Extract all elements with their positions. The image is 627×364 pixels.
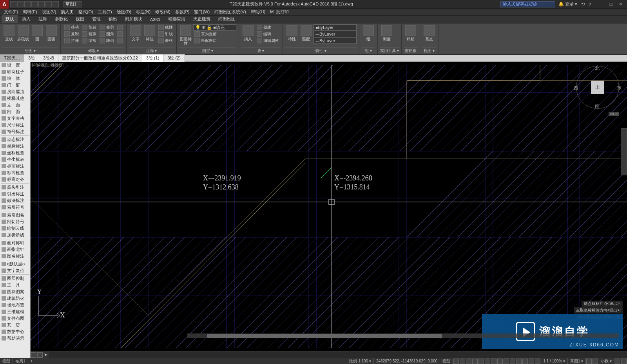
exchange-icon[interactable]: ⟲	[581, 2, 585, 7]
viewcube-w[interactable]: 西	[574, 85, 578, 91]
palette-item[interactable]: 文字表格	[0, 115, 30, 122]
palette-item[interactable]: 图层控制	[0, 275, 30, 282]
ribbon-tab[interactable]: 视图	[72, 15, 88, 23]
modify-button[interactable]: 复制	[63, 31, 80, 37]
palette-item[interactable]: 帮助演示	[0, 335, 30, 342]
status-scale[interactable]: 比例 1:100 ▾	[347, 358, 374, 364]
palette-item[interactable]: 数据中心	[0, 328, 30, 335]
navigation-bar[interactable]	[621, 128, 627, 175]
qat-new-icon[interactable]	[10, 1, 16, 7]
paste-button[interactable]: 粘贴	[404, 24, 417, 42]
modify-button[interactable]: 旋转	[81, 24, 98, 31]
layout-tab-layout1[interactable]: 布局1	[13, 358, 28, 364]
modify-extra-icon[interactable]	[117, 25, 123, 30]
palette-item[interactable]: 箭头引注	[0, 184, 30, 191]
drawing-canvas[interactable]: [-][俯视][二维线框]	[31, 62, 627, 351]
layer-state-combo[interactable]: 💡 ❄ 🔒 ■ 填充	[193, 24, 236, 31]
palette-item[interactable]: 坐标检查	[0, 150, 30, 156]
help-search-input[interactable]: 输入关键字或短语	[500, 1, 555, 7]
layer-props-button[interactable]: 图层特性	[179, 24, 192, 46]
status-osnap-icon[interactable]	[478, 359, 484, 364]
status-ws-icon[interactable]	[586, 359, 592, 364]
base-button[interactable]: 基点	[422, 24, 436, 42]
viewport-label[interactable]: [-][俯视][二维线框]	[32, 63, 63, 68]
match-layer-button[interactable]: 匹配图层	[193, 38, 236, 44]
menu-item[interactable]: 帮助(H)	[248, 8, 268, 16]
matchprop-button[interactable]: 匹配	[299, 24, 313, 42]
viewcube[interactable]: 上 北 南 东 西 WCS	[576, 66, 619, 109]
modify-button[interactable]: 阵列	[98, 38, 115, 44]
lineweight-combo[interactable]: — ByLayer	[314, 31, 357, 37]
draw-圆弧-button[interactable]: 圆弧	[45, 24, 58, 42]
modify-button[interactable]: 修剪	[98, 24, 115, 31]
qat-redo-icon[interactable]	[53, 1, 59, 7]
status-sc-icon[interactable]	[522, 359, 528, 364]
modify-button[interactable]: 缩放	[81, 38, 98, 44]
block-button[interactable]: 创建	[256, 24, 280, 31]
palette-item[interactable]: 其 它	[0, 322, 30, 328]
palette-item[interactable]: o默认层o	[0, 261, 30, 267]
palette-item[interactable]: 剖 面	[0, 108, 30, 115]
palette-item[interactable]: 场地布置	[0, 302, 30, 308]
ribbon-tab[interactable]: 注释	[34, 15, 51, 23]
palette-item[interactable]: 三维建模	[0, 308, 30, 315]
qat-save-icon[interactable]	[24, 1, 31, 7]
palette-item[interactable]: 图名标注	[0, 253, 30, 259]
ribbon-tab[interactable]: 输出	[105, 15, 121, 23]
help-icon[interactable]: ?	[589, 2, 591, 7]
draw-圆-button[interactable]: 圆	[31, 24, 44, 42]
make-current-button[interactable]: 置为当前	[193, 31, 236, 37]
ribbon-tab[interactable]: 天正建筑	[189, 15, 214, 23]
doc-tab[interactable]: 3段	[24, 54, 39, 62]
qat-open-icon[interactable]	[17, 1, 24, 7]
block-button[interactable]: 编辑	[256, 31, 280, 37]
palette-item[interactable]: 图块图案	[0, 288, 30, 295]
palette-item[interactable]: 标高标注	[0, 163, 30, 169]
status-otrack-icon[interactable]	[485, 359, 490, 364]
annotation-button[interactable]: 引线	[157, 31, 174, 37]
status-ortho-icon[interactable]	[466, 359, 471, 364]
qat-plot-icon[interactable]	[38, 1, 45, 7]
status-custom-icon[interactable]	[621, 359, 627, 364]
palette-item[interactable]: 尺寸标注	[0, 122, 30, 128]
palette-item[interactable]: 生坐标表	[0, 156, 30, 163]
command-input[interactable]	[49, 352, 627, 358]
layout-tab-add[interactable]: +	[28, 358, 36, 364]
palette-item[interactable]: 符号标注	[0, 128, 30, 135]
palette-item[interactable]: 引出标注	[0, 191, 30, 197]
palette-item[interactable]: 索引符号	[0, 204, 30, 211]
command-line[interactable]: ➤	[31, 351, 627, 358]
palette-item[interactable]: 房间屋顶	[0, 88, 30, 95]
ribbon-tab[interactable]: A360	[146, 16, 164, 23]
status-lwt-icon[interactable]	[491, 359, 497, 364]
ribbon-tab[interactable]: 管理	[88, 15, 105, 23]
ribbon-tab[interactable]: 默认	[2, 15, 18, 23]
annotation-button[interactable]: 线性	[157, 24, 174, 31]
status-annoscale[interactable]: 1:1 / 100% ▾	[541, 358, 568, 364]
viewcube-n[interactable]: 北	[595, 65, 600, 72]
workspace-combo[interactable]: 草图1	[63, 1, 82, 7]
palette-item[interactable]: 标高检查	[0, 169, 30, 176]
scrollbar-thumb[interactable]	[207, 334, 442, 338]
doc-tab[interactable]: 3段-B	[39, 54, 58, 62]
dimension-button[interactable]: 标注	[143, 24, 156, 42]
status-polar-icon[interactable]	[472, 359, 478, 364]
status-space[interactable]: 模型	[440, 358, 453, 364]
ribbon-tab[interactable]: 参数化	[51, 15, 72, 23]
modify-extra-icon[interactable]	[117, 31, 123, 37]
doc-tab[interactable]: 3段 (2)	[163, 54, 185, 62]
palette-item[interactable]: 文字复位	[0, 267, 30, 274]
palette-item[interactable]: 动态标注	[0, 136, 30, 143]
palette-item[interactable]: 门 窗	[0, 82, 30, 88]
draw-直线-button[interactable]: 直线	[2, 24, 16, 42]
modify-button[interactable]: 移动	[63, 24, 80, 31]
status-hw-icon[interactable]	[593, 359, 598, 364]
signin-button[interactable]: 🔔 登录 ▾	[558, 1, 577, 7]
maximize-button[interactable]: □	[607, 1, 615, 7]
measure-button[interactable]: 测量	[380, 24, 393, 42]
palette-item[interactable]: 标高对齐	[0, 176, 30, 183]
palette-item[interactable]: 索引图名	[0, 212, 30, 218]
menu-item[interactable]: M_批打印	[268, 8, 291, 16]
layout-tab-model[interactable]: 模型	[0, 358, 13, 364]
palette-item[interactable]: 立 面	[0, 102, 30, 108]
